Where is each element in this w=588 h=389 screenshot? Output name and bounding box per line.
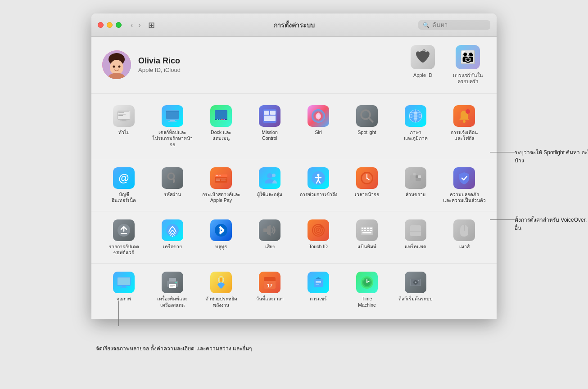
svg-rect-94 [170, 285, 175, 286]
pref-item-network[interactable]: เครือข่าย [149, 215, 196, 259]
updates-icon [113, 219, 135, 241]
sound-label: เสียง [265, 244, 275, 250]
svg-rect-45 [216, 175, 218, 176]
pref-item-touchid[interactable]: Touch ID [295, 215, 342, 259]
svg-point-4 [118, 66, 121, 68]
timemachine-label: TimeMachine [358, 296, 376, 308]
pref-item-keyboard[interactable]: แป้นพิมพ์ [344, 215, 390, 259]
avatar[interactable] [102, 50, 131, 79]
pref-item-battery[interactable]: ตัวช่วยประหยัดพลังงาน [198, 267, 244, 312]
users-label: ผู้ใช้และกลุ่ม [257, 192, 282, 198]
pref-item-startup[interactable]: ดิสก์เริ่มต้นระบบ [392, 267, 439, 312]
pref-item-extensions[interactable]: ส่วนขยาย [392, 163, 439, 207]
svg-rect-82 [370, 230, 372, 231]
pref-item-updates[interactable]: รายการอัปเดตซอฟต์แวร์ [100, 215, 147, 259]
main-content: Olivia Rico Apple ID, iCloud Apple ID [91, 37, 497, 319]
annotation-displays: จัดเรียงจอภาพหลายจอ ตั้งค่าความละเอียด แ… [96, 344, 252, 353]
battery-icon [210, 272, 232, 293]
pref-item-notifications[interactable]: การแจ้งเตือนและโฟกัส [441, 101, 488, 152]
pref-item-bluetooth[interactable]: บลูทูธ [198, 215, 244, 259]
pref-item-users[interactable]: ผู้ใช้และกลุ่ม [246, 163, 293, 207]
printers-label: เครื่องพิมพ์และเครื่องสแกน [157, 296, 188, 308]
pref-item-sound[interactable]: เสียง [246, 215, 293, 259]
svg-rect-19 [215, 110, 227, 120]
wallet-icon [210, 167, 232, 189]
back-button[interactable]: ‹ [129, 20, 135, 30]
grid-view-button[interactable]: ⊞ [148, 20, 155, 30]
pref-item-mouse[interactable]: เมาส์ [441, 215, 488, 259]
pref-item-date[interactable]: 17 วันที่และเวลา [246, 267, 293, 312]
svg-rect-28 [264, 116, 276, 121]
svg-rect-69 [263, 228, 267, 232]
annotation-line-1 [490, 152, 515, 152]
pref-item-wallet[interactable]: กระเป๋าสตางค์และApple Pay [198, 163, 244, 207]
pref-item-sharing[interactable]: การแชร์ [295, 267, 342, 312]
annotation-spotlight: ระบุว่าจะให้ Spotlight ค้นหา อะไรบน Mac … [515, 148, 588, 165]
keyboard-icon [356, 219, 378, 241]
svg-rect-60 [416, 175, 418, 178]
pref-item-security[interactable]: ความปลอดภัยและความเป็นส่วนตัว [441, 163, 488, 207]
pref-item-printers[interactable]: เครื่องพิมพ์และเครื่องสแกน [149, 267, 196, 312]
pref-item-screentime[interactable]: เวลาหน้าจอ [344, 163, 390, 207]
date-label: วันที่และเวลา [256, 296, 284, 302]
pref-item-siri[interactable]: Siri [295, 101, 342, 152]
svg-rect-90 [120, 287, 127, 288]
network-label: เครือข่าย [163, 244, 182, 250]
pref-grid-3: รายการอัปเดตซอฟต์แวร์ เครือข่าย [100, 215, 488, 259]
apple-id-icon-item[interactable]: Apple ID [405, 45, 441, 85]
pref-item-trackpad[interactable]: แทร็คแพด [392, 215, 439, 259]
updates-label: รายการอัปเดตซอฟต์แวร์ [109, 244, 139, 256]
pref-item-language[interactable]: ภาษาและภูมิภาค [392, 101, 439, 152]
pref-item-internet[interactable]: @ บัญชีอินเทอร์เน็ต [100, 163, 147, 207]
svg-rect-65 [121, 233, 127, 234]
extensions-icon [405, 167, 426, 189]
svg-rect-59 [410, 175, 416, 181]
maximize-button[interactable] [116, 22, 122, 28]
svg-rect-92 [169, 278, 176, 282]
search-icon: 🔍 [423, 22, 430, 28]
network-icon [162, 219, 183, 241]
svg-rect-93 [169, 284, 176, 288]
spotlight-label: Spotlight [358, 130, 376, 136]
pref-item-desktop[interactable]: เดสก์ท็อปและโปรแกรมรักษาหน้าจอ [149, 101, 196, 152]
internet-label: บัญชีอินเทอร์เน็ต [112, 192, 136, 204]
svg-rect-95 [170, 286, 173, 287]
pref-item-mission[interactable]: MissionControl [246, 101, 293, 152]
password-icon [162, 167, 183, 189]
pref-item-displays[interactable]: จอภาพ [100, 267, 147, 312]
family-sharing-icon-item[interactable]: 👨‍👩‍👧 การแชร์กันในครอบครัว [450, 45, 486, 85]
accessibility-icon [308, 167, 329, 189]
notifications-icon [453, 105, 475, 127]
minimize-button[interactable] [107, 22, 113, 28]
mission-icon [259, 105, 280, 127]
svg-rect-77 [367, 228, 369, 229]
pref-item-general[interactable]: ทั่วไป [100, 101, 147, 152]
family-sharing-label: การแชร์กันในครอบครัว [453, 72, 483, 85]
pref-item-spotlight[interactable]: Spotlight [344, 101, 390, 152]
pref-item-dock[interactable]: Dock และแถบเมนู [198, 101, 244, 152]
svg-point-115 [415, 282, 416, 283]
close-button[interactable] [98, 22, 104, 28]
pref-grid-2: @ บัญชีอินเทอร์เน็ต รหัสผ่าน [100, 163, 488, 207]
svg-rect-41 [173, 181, 175, 182]
extensions-label: ส่วนขยาย [406, 192, 425, 198]
search-box[interactable]: 🔍 [418, 20, 490, 30]
mouse-label: เมาส์ [459, 244, 470, 250]
svg-rect-104 [316, 281, 321, 282]
nav-buttons: ‹ › [129, 20, 143, 30]
svg-rect-80 [364, 230, 366, 231]
password-label: รหัสผ่าน [164, 192, 181, 198]
svg-rect-9 [118, 112, 124, 113]
pref-item-password[interactable]: รหัสผ่าน [149, 163, 196, 207]
search-input[interactable] [432, 22, 486, 28]
spotlight-icon [356, 105, 378, 127]
pref-item-accessibility[interactable]: การช่วยการเข้าถึง [295, 163, 342, 207]
svg-point-50 [267, 173, 272, 179]
forward-button[interactable]: › [136, 20, 142, 30]
svg-rect-76 [364, 228, 366, 229]
svg-point-98 [220, 277, 222, 282]
apple-id-icon [411, 45, 435, 69]
svg-rect-8 [118, 111, 129, 112]
svg-point-58 [366, 177, 368, 179]
pref-item-timemachine[interactable]: TimeMachine [344, 267, 390, 312]
